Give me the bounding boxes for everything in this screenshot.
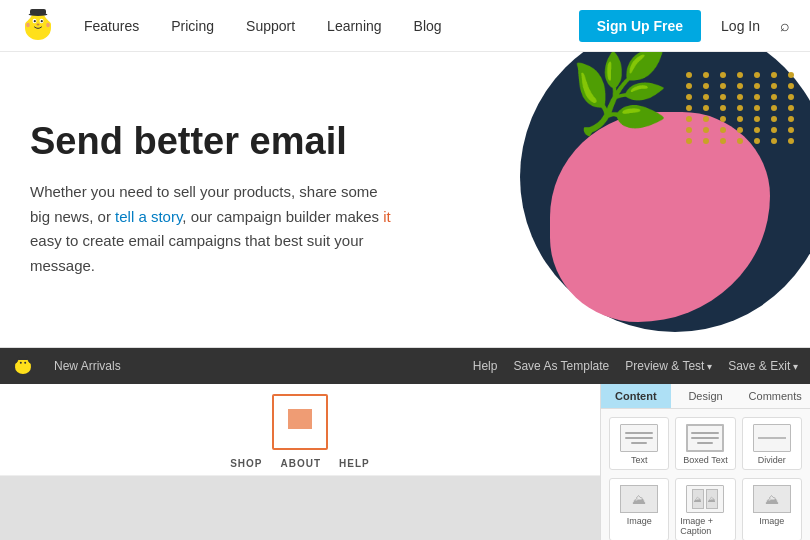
svg-rect-12 (30, 9, 46, 15)
toolbar-action-buttons: Help Save As Template Preview & Test Sav… (473, 359, 798, 373)
hero-content: Send better email Whether you need to se… (0, 90, 430, 309)
svg-rect-23 (292, 409, 296, 429)
svg-point-9 (41, 20, 43, 22)
block-image2-label: Image (759, 516, 784, 526)
svg-point-10 (37, 23, 40, 25)
block-image-icon: ⛰ (620, 485, 658, 513)
builder-preview: New Arrivals Help Save As Template Previ… (0, 347, 810, 540)
tab-design[interactable]: Design (671, 384, 741, 408)
panel-tab-bar: Content Design Comments (601, 384, 810, 409)
toolbar-preview-test[interactable]: Preview & Test (625, 359, 712, 373)
block-divider-icon (753, 424, 791, 452)
tab-content[interactable]: Content (601, 384, 671, 408)
block-boxed-text-label: Boxed Text (683, 455, 727, 465)
svg-point-15 (15, 363, 19, 367)
search-icon[interactable]: ⌕ (780, 17, 790, 35)
nav-links: Features Pricing Support Learning Blog (84, 18, 579, 34)
toolbar-campaign-name: New Arrivals (54, 359, 121, 373)
hero-text-highlight-1: tell a story (115, 208, 182, 225)
hero-title: Send better email (30, 120, 400, 164)
canvas-logo-symbol (282, 401, 318, 443)
image2-placeholder-icon: ⛰ (765, 491, 779, 507)
navbar-actions: Sign Up Free Log In ⌕ (579, 10, 790, 42)
svg-point-4 (26, 22, 30, 26)
toolbar-save-exit[interactable]: Save & Exit (728, 359, 798, 373)
hero-illustration: 🌿 (410, 52, 810, 347)
toolbar-save-template[interactable]: Save As Template (513, 359, 609, 373)
canvas-nav-shop: SHOP (230, 458, 262, 469)
canvas-nav-about: ABOUT (281, 458, 322, 469)
plant-illustration: 🌿 (570, 52, 670, 132)
hero-text-highlight-2: it (383, 208, 391, 225)
svg-rect-24 (296, 409, 300, 429)
svg-rect-26 (304, 409, 308, 429)
canvas-brand-logo (272, 394, 328, 450)
svg-point-17 (20, 362, 22, 364)
block-text-icon (620, 424, 658, 452)
canvas-nav-help: HELP (339, 458, 370, 469)
canvas-body-area (0, 476, 600, 540)
block-text-label: Text (631, 455, 648, 465)
svg-point-8 (34, 20, 36, 22)
nav-learning[interactable]: Learning (327, 18, 382, 34)
block-divider[interactable]: Divider (742, 417, 802, 470)
block-image-label: Image (627, 516, 652, 526)
mailchimp-logo[interactable] (20, 8, 56, 44)
block-image[interactable]: ⛰ Image (609, 478, 669, 540)
block-boxed-text-icon (686, 424, 724, 452)
block-divider-label: Divider (758, 455, 786, 465)
nav-support[interactable]: Support (246, 18, 295, 34)
builder-toolbar: New Arrivals Help Save As Template Previ… (0, 348, 810, 384)
toolbar-mailchimp-logo (12, 355, 34, 377)
svg-rect-27 (308, 409, 312, 429)
block-image-caption-icon: ⛰ ⛰ (686, 485, 724, 513)
content-blocks-row1: Text Boxed Text Divider (601, 409, 810, 478)
block-image2-icon: ⛰ (753, 485, 791, 513)
svg-point-16 (27, 363, 31, 367)
login-button[interactable]: Log In (721, 18, 760, 34)
hero-description: Whether you need to sell your products, … (30, 180, 400, 279)
nav-features[interactable]: Features (84, 18, 139, 34)
block-image-caption[interactable]: ⛰ ⛰ Image + Caption (675, 478, 735, 540)
svg-rect-25 (300, 409, 304, 429)
image-placeholder-icon: ⛰ (632, 491, 646, 507)
hero-section: Send better email Whether you need to se… (0, 52, 810, 347)
canvas-email-header: SHOP ABOUT HELP (0, 384, 600, 476)
svg-point-20 (17, 358, 29, 360)
navbar: Features Pricing Support Learning Blog S… (0, 0, 810, 52)
block-image2[interactable]: ⛰ Image (742, 478, 802, 540)
content-panel: Content Design Comments Text (600, 384, 810, 540)
svg-point-18 (24, 362, 26, 364)
builder-body: SHOP ABOUT HELP Content Design Comments (0, 384, 810, 540)
dots-pattern (686, 72, 800, 144)
tab-comments[interactable]: Comments (740, 384, 810, 408)
block-image-caption-label: Image + Caption (680, 516, 730, 536)
email-canvas: SHOP ABOUT HELP (0, 384, 600, 540)
block-boxed-text[interactable]: Boxed Text (675, 417, 735, 470)
toolbar-help[interactable]: Help (473, 359, 498, 373)
content-blocks-row2: ⛰ Image ⛰ ⛰ Image + Caption ⛰ (601, 478, 810, 540)
canvas-navigation: SHOP ABOUT HELP (230, 458, 370, 469)
block-text[interactable]: Text (609, 417, 669, 470)
canvas-image-area (0, 476, 600, 540)
signup-button[interactable]: Sign Up Free (579, 10, 701, 42)
nav-blog[interactable]: Blog (414, 18, 442, 34)
nav-pricing[interactable]: Pricing (171, 18, 214, 34)
svg-rect-22 (288, 409, 292, 429)
svg-point-5 (46, 22, 50, 26)
